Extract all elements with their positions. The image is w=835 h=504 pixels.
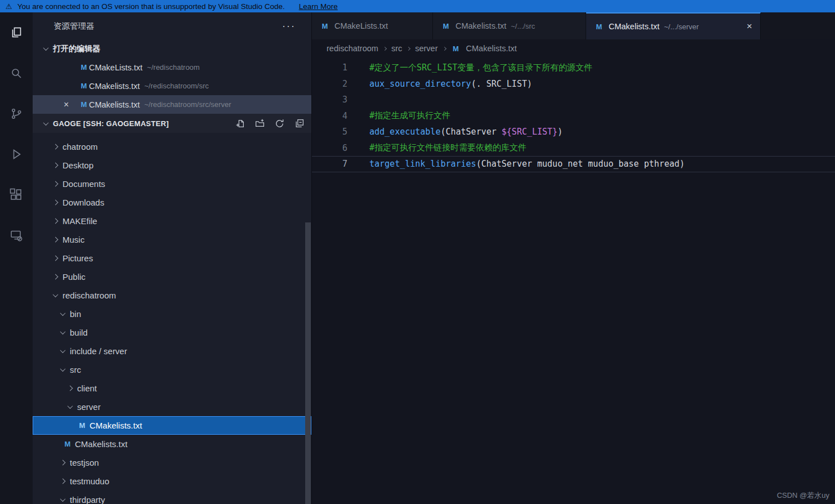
tree-item-client[interactable]: client (33, 379, 311, 398)
tree-item-label: CMakelists.txt (75, 439, 127, 449)
tree-item-public[interactable]: Public (33, 267, 311, 286)
close-icon[interactable]: × (747, 21, 752, 32)
code-token: aux_source_directory (369, 79, 471, 89)
tree-item-makefile[interactable]: MAKEfile (33, 212, 311, 230)
warning-icon: ⚠ (6, 3, 12, 10)
tree-item-include-server[interactable]: include / server (33, 342, 311, 360)
tree-item-label: Music (62, 235, 84, 244)
code-line[interactable]: 2aux_source_directory(. SRC_LIST) (312, 76, 835, 92)
learn-more-link[interactable]: Learn More (299, 2, 338, 11)
chevron-down-icon (43, 45, 49, 51)
tree-item-label: redischatroom (62, 291, 116, 300)
code-line-text: #指定生成可执行文件 (347, 110, 450, 121)
close-icon[interactable]: × (64, 100, 79, 110)
open-editors-header[interactable]: 打开的编辑器 (33, 39, 311, 58)
line-number: 1 (312, 63, 347, 73)
code-line-text: target_link_libraries(ChatServer muduo_n… (347, 159, 685, 169)
line-number: 6 (312, 143, 347, 153)
cmake-file-icon: M (79, 82, 89, 90)
section-toolbar (235, 119, 304, 128)
os-unsupported-banner: ⚠ You are connected to an OS version tha… (0, 0, 835, 12)
code-line[interactable]: 6#指定可执行文件链接时需要依赖的库文件 (312, 140, 835, 157)
open-editor-item[interactable]: M CMakeLists.txt ~/redischatroom (33, 58, 311, 77)
tree-item-label: src (70, 365, 81, 374)
tree-item-server[interactable]: server (33, 398, 311, 416)
open-editor-path: ~/redischatroom/src (144, 82, 209, 90)
tree-item-testmuduo[interactable]: testmuduo (33, 472, 311, 490)
code-area[interactable]: 1#定义了一个SRC_LIST变量，包含了该目录下所有的源文件2aux_sour… (312, 60, 835, 172)
tree-item-thirdparty[interactable]: thirdparty (33, 490, 311, 504)
code-token: (ChatServer muduo_net muduo_base pthread… (476, 159, 685, 169)
breadcrumb-item[interactable]: CMakelists.txt (466, 44, 517, 53)
banner-text: You are connected to an OS version that … (17, 2, 285, 11)
tree-item-label: Desktop (62, 160, 93, 170)
source-control-icon[interactable] (0, 93, 33, 134)
chevron-down-icon (60, 329, 66, 334)
tree-item-label: testmuduo (70, 476, 109, 486)
chevron-right-icon (53, 200, 59, 206)
refresh-icon[interactable] (275, 119, 284, 128)
line-number: 7 (312, 159, 347, 169)
chevron-right-icon (60, 479, 66, 484)
tab-bar: M CMakeLists.txt M CMakelists.txt ~/.../… (312, 12, 835, 39)
tree-item-label: chatroom (62, 142, 98, 151)
tree-item-build[interactable]: build (33, 323, 311, 342)
tab-cmakelists-root[interactable]: M CMakeLists.txt (312, 12, 433, 39)
line-number: 5 (312, 127, 347, 137)
line-number: 3 (312, 95, 347, 105)
chevron-right-icon (53, 218, 59, 224)
workspace-section-label: GAOGE [SSH: GAOGEMASTER] (53, 119, 169, 128)
chevron-down-icon (60, 310, 66, 316)
extensions-icon[interactable] (0, 175, 33, 215)
chevron-right-icon (53, 274, 59, 280)
chevron-right-icon (53, 237, 59, 243)
cmake-file-icon: M (79, 100, 89, 109)
tree-item-redischatroom[interactable]: redischatroom (33, 286, 311, 305)
tree-item-desktop[interactable]: Desktop (33, 156, 311, 175)
more-actions-icon[interactable]: ··· (282, 20, 296, 32)
tab-cmakelists-server[interactable]: M CMakelists.txt ~/.../server × (586, 12, 761, 39)
workspace-section-header[interactable]: GAOGE [SSH: GAOGEMASTER] (33, 114, 311, 133)
tree-item-documents[interactable]: Documents (33, 175, 311, 193)
remote-explorer-icon[interactable] (0, 215, 33, 256)
search-icon[interactable] (0, 53, 33, 93)
tree-item-chatroom[interactable]: chatroom (33, 137, 311, 156)
cmake-file-icon: M (62, 440, 73, 448)
tree-item-cmakelists-txt[interactable]: MCMakelists.txt (33, 435, 311, 453)
tree-item-bin[interactable]: bin (33, 305, 311, 323)
breadcrumb-item[interactable]: server (415, 44, 437, 53)
tree-item-music[interactable]: Music (33, 230, 311, 249)
new-file-icon[interactable] (235, 119, 245, 128)
code-line[interactable]: 5add_executable(ChatServer ${SRC_LIST}) (312, 124, 835, 140)
code-line[interactable]: 1#定义了一个SRC_LIST变量，包含了该目录下所有的源文件 (312, 60, 835, 76)
cmake-file-icon: M (79, 63, 89, 72)
tree-item-cmakelists-txt[interactable]: MCMakelists.txt (33, 416, 311, 435)
explorer-icon[interactable] (0, 12, 33, 53)
code-line[interactable]: 3 (312, 92, 835, 108)
new-folder-icon[interactable] (255, 119, 265, 128)
open-editor-item[interactable]: M CMakelists.txt ~/redischatroom/src (33, 77, 311, 95)
tab-label: CMakeLists.txt (334, 21, 388, 30)
run-debug-icon[interactable] (0, 134, 33, 175)
code-line[interactable]: 7target_link_libraries(ChatServer muduo_… (312, 156, 835, 172)
chevron-right-icon (53, 163, 59, 168)
tree-item-downloads[interactable]: Downloads (33, 193, 311, 212)
sidebar-scrollbar[interactable] (305, 222, 311, 504)
tree-item-label: thirdparty (70, 495, 105, 504)
breadcrumb-item[interactable]: redischatroom (327, 44, 378, 53)
breadcrumb-item[interactable]: src (391, 44, 402, 53)
activity-bar (0, 12, 33, 504)
open-editor-name: CMakeLists.txt (89, 63, 142, 72)
tree-item-label: testjson (70, 458, 99, 467)
tree-item-src[interactable]: src (33, 360, 311, 379)
tree-item-label: bin (70, 309, 81, 319)
chevron-right-icon (53, 144, 59, 150)
code-line[interactable]: 4#指定生成可执行文件 (312, 108, 835, 124)
collapse-all-icon[interactable] (294, 119, 304, 128)
tree-item-testjson[interactable]: testjson (33, 453, 311, 472)
tab-cmakelists-src[interactable]: M CMakelists.txt ~/.../src (433, 12, 586, 39)
explorer-sidebar: 资源管理器 ··· 打开的编辑器 M CMakeLists.txt ~/redi… (33, 12, 312, 504)
chevron-right-icon (442, 46, 446, 50)
tree-item-pictures[interactable]: Pictures (33, 249, 311, 267)
open-editor-item-active[interactable]: × M CMakelists.txt ~/redischatroom/src/s… (33, 95, 311, 114)
